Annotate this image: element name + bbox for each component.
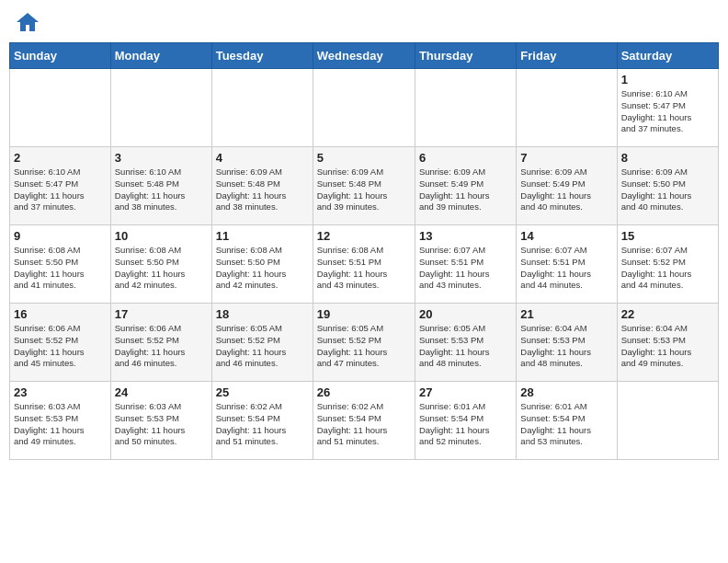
day-info: Sunrise: 6:08 AM Sunset: 5:50 PM Dayligh… (216, 245, 309, 292)
calendar-cell: 16Sunrise: 6:06 AM Sunset: 5:52 PM Dayli… (10, 304, 111, 382)
calendar-cell: 27Sunrise: 6:01 AM Sunset: 5:54 PM Dayli… (415, 382, 516, 460)
day-info: Sunrise: 6:09 AM Sunset: 5:49 PM Dayligh… (520, 167, 612, 213)
calendar-week-row: 16Sunrise: 6:06 AM Sunset: 5:52 PM Dayli… (10, 304, 719, 382)
calendar-cell: 14Sunrise: 6:07 AM Sunset: 5:51 PM Dayli… (517, 225, 617, 304)
day-info: Sunrise: 6:06 AM Sunset: 5:52 PM Dayligh… (115, 323, 208, 370)
day-info: Sunrise: 6:05 AM Sunset: 5:53 PM Dayligh… (419, 323, 512, 370)
calendar-cell: 21Sunrise: 6:04 AM Sunset: 5:53 PM Dayli… (517, 304, 617, 382)
day-info: Sunrise: 6:05 AM Sunset: 5:52 PM Dayligh… (216, 323, 309, 370)
day-info: Sunrise: 6:07 AM Sunset: 5:51 PM Dayligh… (520, 245, 612, 292)
calendar-cell (313, 69, 415, 147)
day-number: 25 (216, 385, 309, 399)
day-info: Sunrise: 6:09 AM Sunset: 5:48 PM Dayligh… (216, 167, 309, 213)
col-header-friday: Friday (517, 43, 617, 69)
calendar-cell: 25Sunrise: 6:02 AM Sunset: 5:54 PM Dayli… (211, 382, 313, 460)
calendar-cell: 6Sunrise: 6:09 AM Sunset: 5:49 PM Daylig… (415, 147, 516, 225)
day-number: 22 (621, 307, 714, 321)
calendar-cell: 10Sunrise: 6:08 AM Sunset: 5:50 PM Dayli… (110, 225, 211, 304)
day-info: Sunrise: 6:02 AM Sunset: 5:54 PM Dayligh… (317, 401, 411, 448)
calendar-cell: 13Sunrise: 6:07 AM Sunset: 5:51 PM Dayli… (415, 225, 516, 304)
calendar-header-row: SundayMondayTuesdayWednesdayThursdayFrid… (10, 43, 719, 69)
calendar-cell: 15Sunrise: 6:07 AM Sunset: 5:52 PM Dayli… (617, 225, 718, 304)
calendar-cell: 1Sunrise: 6:10 AM Sunset: 5:47 PM Daylig… (617, 69, 718, 147)
col-header-sunday: Sunday (10, 43, 111, 69)
day-number: 18 (216, 307, 309, 321)
calendar-cell (415, 69, 516, 147)
col-header-saturday: Saturday (617, 43, 718, 69)
calendar-cell (110, 69, 211, 147)
calendar-cell: 8Sunrise: 6:09 AM Sunset: 5:50 PM Daylig… (617, 147, 718, 225)
day-number: 19 (317, 307, 411, 321)
calendar-cell (517, 69, 617, 147)
day-info: Sunrise: 6:07 AM Sunset: 5:52 PM Dayligh… (621, 245, 714, 292)
day-info: Sunrise: 6:04 AM Sunset: 5:53 PM Dayligh… (621, 323, 714, 370)
day-number: 12 (317, 229, 411, 243)
calendar-cell: 4Sunrise: 6:09 AM Sunset: 5:48 PM Daylig… (211, 147, 313, 225)
col-header-wednesday: Wednesday (313, 43, 415, 69)
calendar-cell: 28Sunrise: 6:01 AM Sunset: 5:54 PM Dayli… (517, 382, 617, 460)
day-number: 21 (520, 307, 612, 321)
day-number: 4 (216, 151, 309, 165)
calendar-cell: 12Sunrise: 6:08 AM Sunset: 5:51 PM Dayli… (313, 225, 415, 304)
col-header-tuesday: Tuesday (211, 43, 313, 69)
day-info: Sunrise: 6:08 AM Sunset: 5:51 PM Dayligh… (317, 245, 411, 292)
calendar-cell: 7Sunrise: 6:09 AM Sunset: 5:49 PM Daylig… (517, 147, 617, 225)
logo-icon (15, 9, 40, 35)
svg-marker-0 (17, 13, 39, 31)
calendar-cell: 9Sunrise: 6:08 AM Sunset: 5:50 PM Daylig… (10, 225, 111, 304)
day-number: 9 (14, 229, 107, 243)
day-number: 16 (14, 307, 107, 321)
logo (13, 9, 40, 35)
day-number: 10 (115, 229, 208, 243)
day-number: 23 (14, 385, 107, 399)
day-info: Sunrise: 6:04 AM Sunset: 5:53 PM Dayligh… (520, 323, 612, 370)
day-number: 2 (14, 151, 107, 165)
day-number: 26 (317, 385, 411, 399)
calendar-cell: 20Sunrise: 6:05 AM Sunset: 5:53 PM Dayli… (415, 304, 516, 382)
day-info: Sunrise: 6:02 AM Sunset: 5:54 PM Dayligh… (216, 401, 309, 448)
day-number: 20 (419, 307, 512, 321)
day-info: Sunrise: 6:03 AM Sunset: 5:53 PM Dayligh… (14, 401, 107, 448)
day-info: Sunrise: 6:09 AM Sunset: 5:49 PM Dayligh… (419, 167, 512, 213)
calendar-cell: 23Sunrise: 6:03 AM Sunset: 5:53 PM Dayli… (10, 382, 111, 460)
calendar-week-row: 9Sunrise: 6:08 AM Sunset: 5:50 PM Daylig… (10, 225, 719, 304)
day-info: Sunrise: 6:01 AM Sunset: 5:54 PM Dayligh… (419, 401, 512, 448)
day-info: Sunrise: 6:03 AM Sunset: 5:53 PM Dayligh… (115, 401, 208, 448)
calendar-cell: 2Sunrise: 6:10 AM Sunset: 5:47 PM Daylig… (10, 147, 111, 225)
calendar-cell (211, 69, 313, 147)
day-number: 7 (520, 151, 612, 165)
day-number: 5 (317, 151, 411, 165)
day-info: Sunrise: 6:10 AM Sunset: 5:47 PM Dayligh… (14, 167, 107, 213)
col-header-thursday: Thursday (415, 43, 516, 69)
day-number: 13 (419, 229, 512, 243)
day-info: Sunrise: 6:10 AM Sunset: 5:47 PM Dayligh… (621, 88, 714, 135)
calendar-week-row: 23Sunrise: 6:03 AM Sunset: 5:53 PM Dayli… (10, 382, 719, 460)
day-info: Sunrise: 6:01 AM Sunset: 5:54 PM Dayligh… (520, 401, 612, 448)
day-number: 6 (419, 151, 512, 165)
day-info: Sunrise: 6:07 AM Sunset: 5:51 PM Dayligh… (419, 245, 512, 292)
calendar-cell (10, 69, 111, 147)
calendar-cell: 18Sunrise: 6:05 AM Sunset: 5:52 PM Dayli… (211, 304, 313, 382)
day-number: 14 (520, 229, 612, 243)
day-number: 28 (520, 385, 612, 399)
day-number: 1 (621, 73, 714, 86)
day-info: Sunrise: 6:10 AM Sunset: 5:48 PM Dayligh… (115, 167, 208, 213)
col-header-monday: Monday (110, 43, 211, 69)
calendar-cell: 19Sunrise: 6:05 AM Sunset: 5:52 PM Dayli… (313, 304, 415, 382)
calendar-cell: 5Sunrise: 6:09 AM Sunset: 5:48 PM Daylig… (313, 147, 415, 225)
calendar-cell (617, 382, 718, 460)
calendar-cell: 3Sunrise: 6:10 AM Sunset: 5:48 PM Daylig… (110, 147, 211, 225)
calendar-cell: 26Sunrise: 6:02 AM Sunset: 5:54 PM Dayli… (313, 382, 415, 460)
day-number: 3 (115, 151, 208, 165)
day-info: Sunrise: 6:05 AM Sunset: 5:52 PM Dayligh… (317, 323, 411, 370)
day-number: 27 (419, 385, 512, 399)
calendar-week-row: 1Sunrise: 6:10 AM Sunset: 5:47 PM Daylig… (10, 69, 719, 147)
calendar-table: SundayMondayTuesdayWednesdayThursdayFrid… (9, 42, 719, 460)
page-header (9, 9, 719, 35)
calendar-cell: 24Sunrise: 6:03 AM Sunset: 5:53 PM Dayli… (110, 382, 211, 460)
calendar-cell: 17Sunrise: 6:06 AM Sunset: 5:52 PM Dayli… (110, 304, 211, 382)
calendar-cell: 22Sunrise: 6:04 AM Sunset: 5:53 PM Dayli… (617, 304, 718, 382)
day-info: Sunrise: 6:09 AM Sunset: 5:50 PM Dayligh… (621, 167, 714, 213)
day-number: 8 (621, 151, 714, 165)
calendar-cell: 11Sunrise: 6:08 AM Sunset: 5:50 PM Dayli… (211, 225, 313, 304)
